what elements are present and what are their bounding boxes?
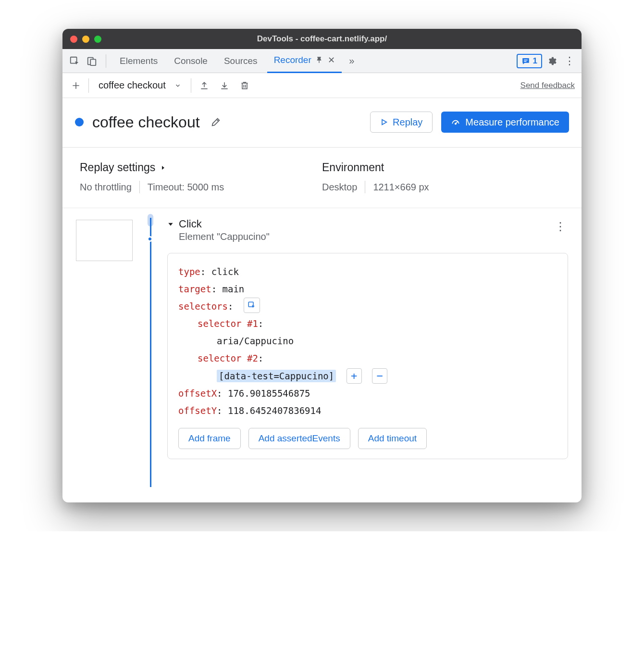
more-tabs-icon[interactable]: » [345, 54, 359, 68]
add-selector-button[interactable]: + [347, 368, 362, 384]
traffic-lights [70, 36, 101, 43]
replay-button-label: Replay [393, 117, 422, 128]
edit-title-icon[interactable] [211, 117, 221, 127]
settings-row: Replay settings No throttling Timeout: 5… [62, 148, 582, 208]
recording-dropdown[interactable]: coffee checkout [95, 79, 185, 92]
tab-recorder-label: Recorder [274, 55, 311, 65]
issues-count: 1 [533, 56, 537, 66]
type-value[interactable]: click [211, 266, 239, 277]
recording-status-dot [75, 118, 84, 126]
selector-2-key: selector #2 [198, 353, 258, 363]
add-timeout-button[interactable]: Add timeout [358, 428, 427, 449]
device-toolbar-icon[interactable] [85, 54, 99, 68]
svg-rect-3 [524, 60, 528, 61]
replay-button[interactable]: Replay [370, 112, 433, 133]
recording-title: coffee checkout [92, 113, 200, 131]
offsetx-key: offsetX [178, 388, 217, 399]
step-title: Click [179, 218, 270, 230]
chevron-down-icon [174, 82, 181, 89]
offsety-key: offsetY [178, 405, 217, 416]
more-menu-icon[interactable]: ⋮ [562, 54, 577, 68]
play-icon [380, 118, 388, 126]
separator [365, 181, 365, 193]
separator [139, 181, 140, 193]
window-title: DevTools - coffee-cart.netlify.app/ [62, 34, 582, 44]
target-value[interactable]: main [223, 284, 245, 294]
replay-settings-group: Replay settings No throttling Timeout: 5… [80, 161, 322, 193]
step-menu-icon[interactable]: ⋮ [553, 218, 568, 235]
devtools-window: DevTools - coffee-cart.netlify.app/ Elem… [62, 29, 582, 502]
target-key: target [178, 284, 211, 294]
chevron-right-icon [160, 164, 166, 171]
viewport-value: 1211×669 px [373, 182, 429, 193]
message-icon [521, 57, 530, 65]
settings-icon[interactable] [545, 54, 559, 68]
environment-label: Environment [322, 161, 384, 174]
replay-settings-toggle[interactable]: Replay settings [80, 161, 322, 174]
tab-recorder[interactable]: Recorder ✕ [267, 49, 342, 73]
new-recording-button[interactable] [69, 79, 83, 92]
inspect-element-icon[interactable] [67, 54, 82, 68]
add-frame-button[interactable]: Add frame [178, 428, 241, 449]
issues-badge[interactable]: 1 [517, 54, 542, 68]
delete-icon[interactable] [237, 78, 252, 93]
step-content: Click Element "Cappucino" ⋮ type: click … [167, 218, 568, 459]
close-window-button[interactable] [70, 36, 77, 43]
recorder-toolbar: coffee checkout Send feedback [62, 73, 582, 98]
tab-sources[interactable]: Sources [217, 49, 264, 73]
selector-1-value[interactable]: aria/Cappucino [217, 336, 294, 346]
tab-console[interactable]: Console [167, 49, 214, 73]
separator [106, 54, 106, 68]
tab-elements[interactable]: Elements [113, 49, 164, 73]
minimize-window-button[interactable] [82, 36, 89, 43]
separator [191, 78, 191, 93]
step-thumbnail[interactable] [76, 220, 133, 261]
throttling-value: No throttling [80, 182, 132, 193]
close-tab-icon[interactable]: ✕ [328, 55, 335, 65]
environment-group: Environment Desktop 1211×669 px [322, 161, 564, 193]
measure-performance-button[interactable]: Measure performance [441, 112, 569, 133]
zoom-window-button[interactable] [94, 36, 101, 43]
step-subtitle: Element "Cappucino" [179, 231, 270, 242]
selector-1-key: selector #1 [198, 318, 258, 329]
pin-icon [315, 56, 323, 64]
svg-point-5 [455, 123, 457, 125]
svg-rect-4 [524, 61, 526, 62]
timeline [141, 218, 159, 487]
timeout-value: Timeout: 5000 ms [148, 182, 224, 193]
device-value: Desktop [322, 182, 357, 193]
panel-tabs: Elements Console Sources Recorder ✕ » 1 … [62, 49, 582, 73]
gauge-icon [451, 117, 460, 127]
selectors-key: selectors [178, 301, 228, 312]
offsetx-value[interactable]: 176.90185546875 [228, 388, 310, 399]
remove-selector-button[interactable]: − [372, 368, 387, 384]
step-details-panel: type: click target: main selectors: sele… [167, 253, 568, 459]
export-icon[interactable] [197, 78, 211, 93]
step-collapse-icon[interactable] [167, 221, 174, 227]
recording-dropdown-label: coffee checkout [99, 80, 166, 91]
timeline-dot [147, 236, 153, 242]
offsety-value[interactable]: 118.6452407836914 [228, 405, 321, 416]
replay-settings-label: Replay settings [80, 161, 155, 174]
measure-button-label: Measure performance [465, 117, 559, 128]
selector-2-value[interactable]: [data-test=Cappucino] [217, 370, 336, 382]
import-icon[interactable] [217, 78, 232, 93]
type-key: type [178, 266, 200, 277]
pick-selector-button[interactable] [244, 298, 260, 313]
titlebar: DevTools - coffee-cart.netlify.app/ [62, 29, 582, 49]
step-area: Click Element "Cappucino" ⋮ type: click … [62, 208, 582, 502]
send-feedback-link[interactable]: Send feedback [520, 81, 575, 90]
svg-rect-2 [90, 59, 96, 65]
recording-header: coffee checkout Replay Measure performan… [62, 98, 582, 148]
separator [88, 78, 89, 93]
add-asserted-events-button[interactable]: Add assertedEvents [248, 428, 350, 449]
